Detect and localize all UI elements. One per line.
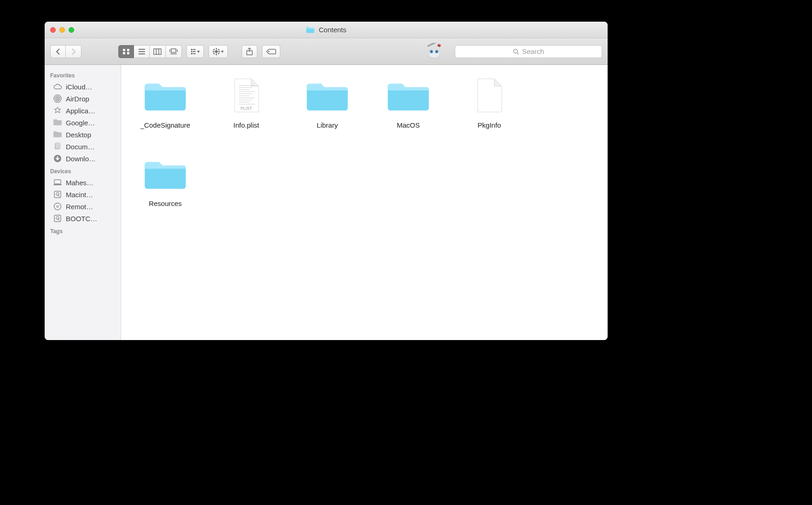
folder-item[interactable]: Library: [287, 72, 368, 151]
svg-point-38: [514, 49, 518, 53]
cloud-icon: [53, 82, 62, 91]
sidebar-item-downloads[interactable]: Downlo…: [45, 153, 121, 164]
folder-item[interactable]: Resources: [125, 151, 206, 229]
folder-item[interactable]: MacOS: [368, 72, 449, 151]
hdd-icon: [53, 214, 62, 223]
svg-rect-21: [216, 48, 217, 50]
tags-button[interactable]: [262, 45, 280, 58]
svg-rect-10: [171, 49, 176, 53]
folder-icon: [53, 118, 62, 127]
folder-item[interactable]: _CodeSignature: [125, 72, 206, 151]
nav-buttons: [50, 45, 81, 58]
sidebar-item-label: Applica…: [66, 107, 95, 115]
svg-text:PLIST: PLIST: [240, 106, 252, 111]
sidebar-item-label: AirDrop: [66, 95, 89, 103]
svg-point-30: [268, 51, 270, 52]
window-body: Favorites iCloud… AirDrop Applica… Googl…: [45, 65, 608, 340]
laptop-icon: [53, 178, 62, 187]
sidebar-item-applications[interactable]: Applica…: [45, 105, 121, 117]
view-buttons: [118, 45, 182, 58]
documents-icon: [53, 142, 62, 151]
svg-rect-28: [218, 48, 220, 50]
svg-rect-23: [213, 51, 215, 52]
sidebar-item-label: iCloud…: [66, 83, 93, 91]
svg-rect-24: [218, 51, 220, 52]
list-view-button[interactable]: [134, 45, 150, 58]
item-label: PkgInfo: [478, 121, 501, 129]
folder-icon: [383, 75, 434, 117]
toolbar: Search: [45, 38, 608, 65]
search-placeholder: Search: [522, 47, 544, 55]
hdd-icon: [53, 190, 62, 199]
icon-grid: _CodeSignature PLIST Info.plist Library …: [125, 72, 604, 229]
sidebar-item-remote-disc[interactable]: Remot…: [45, 200, 121, 212]
back-button[interactable]: [50, 45, 66, 58]
svg-rect-26: [218, 53, 220, 54]
svg-rect-27: [213, 53, 215, 54]
finder-window: Contents: [45, 22, 608, 340]
maximize-window-button[interactable]: [69, 27, 74, 33]
airdrop-icon: [53, 94, 62, 103]
optical-disc-icon: [53, 202, 62, 211]
sidebar-item-bootcamp[interactable]: BOOTC…: [45, 212, 121, 224]
sidebar-item-label: Remot…: [66, 203, 93, 211]
close-window-button[interactable]: [50, 27, 56, 33]
folder-icon: [306, 26, 315, 34]
folder-icon: [302, 75, 353, 117]
item-label: MacOS: [397, 121, 420, 129]
applications-icon: [53, 106, 62, 115]
sidebar-item-label: Mahes…: [66, 179, 93, 187]
content-area[interactable]: _CodeSignature PLIST Info.plist Library …: [121, 65, 608, 340]
search-field[interactable]: Search: [455, 45, 602, 58]
share-button[interactable]: [242, 45, 257, 58]
svg-point-35: [431, 51, 432, 52]
svg-rect-1: [127, 49, 129, 51]
automator-icon[interactable]: [425, 43, 443, 60]
sidebar: Favorites iCloud… AirDrop Applica… Googl…: [45, 65, 121, 340]
sidebar-item-label: Docum…: [66, 143, 95, 151]
svg-rect-0: [123, 49, 125, 51]
svg-rect-2: [123, 52, 125, 54]
svg-rect-22: [216, 53, 217, 55]
window-title-text: Contents: [319, 26, 346, 34]
svg-point-20: [215, 50, 218, 53]
sidebar-item-google[interactable]: Google…: [45, 117, 121, 129]
sidebar-item-label: Downlo…: [66, 155, 96, 163]
sidebar-item-laptop[interactable]: Mahes…: [45, 176, 121, 188]
download-icon: [53, 154, 62, 163]
sidebar-item-documents[interactable]: Docum…: [45, 141, 121, 153]
sidebar-section-favorites: Favorites: [45, 69, 121, 81]
sidebar-item-icloud[interactable]: iCloud…: [45, 81, 121, 93]
minimize-window-button[interactable]: [59, 27, 65, 33]
search-icon: [513, 48, 519, 55]
plist-icon: PLIST: [221, 75, 272, 117]
sidebar-item-macintosh-hd[interactable]: Macint…: [45, 188, 121, 200]
sidebar-item-desktop[interactable]: Desktop: [45, 129, 121, 141]
item-label: Library: [317, 121, 338, 129]
forward-button[interactable]: [66, 45, 81, 58]
icon-view-button[interactable]: [118, 45, 134, 58]
file-item[interactable]: PLIST Info.plist: [206, 72, 287, 151]
svg-rect-17: [193, 49, 196, 50]
sidebar-item-airdrop[interactable]: AirDrop: [45, 93, 121, 105]
svg-point-49: [54, 203, 61, 210]
svg-line-39: [517, 53, 519, 54]
column-view-button[interactable]: [150, 45, 166, 58]
svg-rect-44: [54, 180, 61, 184]
file-icon: [464, 75, 515, 117]
sidebar-item-label: BOOTC…: [66, 215, 97, 223]
svg-rect-18: [193, 51, 196, 52]
file-item[interactable]: PkgInfo: [449, 72, 530, 151]
sidebar-section-devices: Devices: [45, 164, 121, 176]
action-button[interactable]: [209, 45, 228, 58]
titlebar: Contents: [45, 22, 608, 38]
svg-rect-45: [53, 184, 62, 185]
sidebar-item-label: Desktop: [66, 131, 91, 139]
folder-icon: [140, 75, 191, 117]
svg-point-40: [57, 98, 58, 100]
svg-rect-3: [127, 52, 129, 54]
folder-icon: [140, 153, 191, 195]
coverflow-view-button[interactable]: [166, 45, 182, 58]
arrange-button[interactable]: [186, 45, 204, 58]
item-label: Info.plist: [233, 121, 259, 129]
